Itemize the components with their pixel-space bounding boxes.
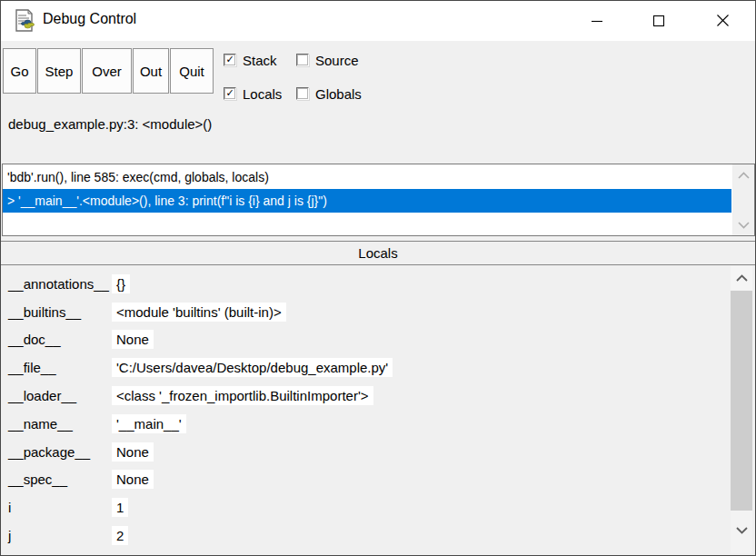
variable-value: <module 'builtins' (built-in)> — [112, 303, 286, 322]
stack-scrollbar[interactable] — [731, 164, 754, 235]
variable-row: j 2 — [1, 521, 728, 550]
variable-row: __loader__ <class '_frozen_importlib.Bui… — [1, 382, 728, 410]
minimize-icon — [591, 15, 603, 27]
locals-scrollbar[interactable] — [731, 266, 752, 553]
variable-name: __spec__ — [8, 472, 112, 487]
variable-value: None — [112, 442, 154, 462]
variable-row: __annotations__ {} — [1, 270, 728, 298]
variable-name: __builtins__ — [8, 304, 112, 320]
scrollbar-thumb[interactable] — [731, 291, 752, 511]
stack-checkbox[interactable]: ✓ Stack — [224, 51, 277, 69]
stack-frame-row[interactable]: 'bdb'.run(), line 585: exec(cmd, globals… — [3, 165, 731, 189]
globals-checkbox-label: Globals — [315, 86, 362, 102]
scrollbar-up-button[interactable] — [731, 266, 752, 290]
client-area: Go Step Over Out Quit ✓ Stack Source ✓ L… — [1, 41, 755, 555]
variable-value: <class '_frozen_importlib.BuiltinImporte… — [112, 386, 373, 405]
debug-control-window: Debug Control Go Step Over Out Quit ✓ — [0, 0, 756, 556]
source-checkbox[interactable]: Source — [296, 51, 359, 69]
checkbox-box: ✓ — [224, 87, 236, 100]
variable-value: None — [112, 470, 154, 489]
scrollbar-down-button[interactable] — [731, 517, 752, 542]
chevron-up-icon — [735, 274, 749, 283]
variable-row: __package__ None — [1, 438, 728, 466]
titlebar[interactable]: Debug Control — [1, 1, 755, 41]
locals-checkbox[interactable]: ✓ Locals — [224, 84, 282, 103]
checkbox-box — [296, 54, 309, 66]
variable-row: __doc__ None — [1, 326, 728, 354]
variable-row: __name__ '__main__' — [1, 410, 728, 438]
stack-frame-row-selected[interactable]: > '__main__'.<module>(), line 3: print(f… — [3, 189, 731, 213]
variable-row: i 1 — [1, 493, 728, 521]
locals-header-label: Locals — [358, 245, 397, 261]
python-file-icon — [13, 9, 36, 33]
variable-value: None — [112, 330, 154, 349]
window-title: Debug Control — [43, 11, 136, 27]
globals-checkbox[interactable]: Globals — [296, 84, 362, 103]
go-button[interactable]: Go — [3, 48, 36, 94]
variable-value: {} — [112, 274, 130, 293]
checkmark-icon: ✓ — [225, 88, 234, 98]
variable-row: __file__ 'C:/Users/davea/Desktop/debug_e… — [1, 353, 728, 382]
checkmark-icon: ✓ — [225, 55, 234, 65]
stack-viewer: 'bdb'.run(), line 585: exec(cmd, globals… — [2, 164, 755, 236]
variable-name: __doc__ — [8, 332, 112, 347]
variable-name: __package__ — [8, 444, 112, 460]
out-button[interactable]: Out — [133, 48, 169, 94]
maximize-icon — [652, 15, 665, 27]
close-icon — [716, 14, 730, 27]
variable-name: __annotations__ — [8, 276, 112, 292]
locals-header: Locals — [1, 241, 755, 265]
variable-name: __loader__ — [8, 388, 112, 403]
checkbox-box: ✓ — [224, 54, 236, 66]
quit-button[interactable]: Quit — [170, 48, 214, 94]
scrollbar-up-button[interactable] — [732, 167, 754, 184]
checkbox-box — [296, 87, 309, 100]
close-button[interactable] — [694, 1, 751, 40]
variable-list: __annotations__ {} __builtins__ <module … — [1, 270, 728, 550]
chevron-down-icon — [737, 221, 751, 229]
maximize-button[interactable] — [631, 1, 687, 40]
variable-value: 1 — [112, 498, 128, 517]
variable-value: 'C:/Users/davea/Desktop/debug_example.py… — [112, 358, 393, 377]
variable-row: __builtins__ <module 'builtins' (built-i… — [1, 298, 728, 326]
stack-checkbox-label: Stack — [243, 53, 277, 68]
variable-name: i — [8, 500, 112, 515]
over-button[interactable]: Over — [82, 48, 132, 94]
minimize-button[interactable] — [569, 1, 625, 40]
variable-name: __name__ — [8, 416, 112, 432]
variable-value: '__main__' — [112, 414, 186, 433]
variable-name: __file__ — [8, 360, 112, 375]
variable-row: __spec__ None — [1, 466, 728, 494]
stack-frame-list: 'bdb'.run(), line 585: exec(cmd, globals… — [3, 165, 731, 235]
chevron-up-icon — [737, 172, 751, 180]
source-checkbox-label: Source — [315, 53, 359, 68]
variable-value: 2 — [112, 526, 128, 545]
chevron-down-icon — [735, 526, 749, 534]
locals-checkbox-label: Locals — [243, 86, 282, 102]
locals-panel: __annotations__ {} __builtins__ <module … — [1, 265, 755, 555]
variable-name: j — [8, 528, 112, 543]
scrollbar-down-button[interactable] — [732, 216, 754, 233]
step-button[interactable]: Step — [37, 48, 81, 94]
status-line: debug_example.py:3: <module>() — [8, 116, 212, 132]
